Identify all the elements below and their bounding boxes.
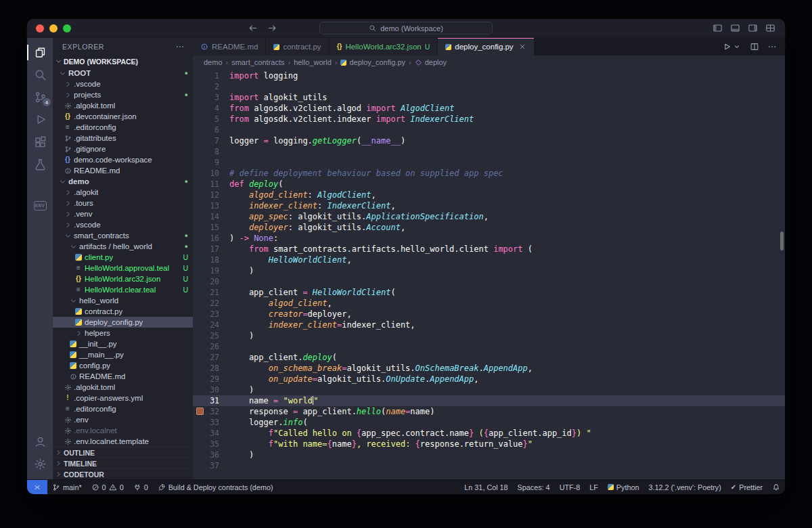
code-line[interactable]: 9 [193,157,785,168]
tree-item[interactable]: README.md [53,371,193,382]
line-number[interactable]: 23 [193,309,229,320]
tree-item[interactable]: .env.localnet [53,425,193,436]
toggle-primary-sidebar-icon[interactable] [713,23,723,33]
sidebar-section-codetour[interactable]: CODETOUR [53,468,193,479]
tree-item[interactable]: {}HelloWorld.arc32.jsonU [53,273,193,284]
code-line[interactable]: 1import logging [193,70,785,81]
tree-item[interactable]: client.pyU [53,252,193,263]
status-cursor-position[interactable]: Ln 31, Col 18 [459,480,512,494]
line-number[interactable]: 13 [193,200,229,211]
code-line[interactable]: 32 response = app_client.hello(name=name… [193,406,785,417]
activity-item-accounts[interactable] [27,431,53,453]
status-git-branch[interactable]: main* [47,480,87,494]
activity-item-manage-settings[interactable] [27,453,53,475]
code-line[interactable]: 35 f"with name={name}, received: {respon… [193,439,785,449]
code-line[interactable]: 20 [193,276,785,287]
tab-deploy_config.py[interactable]: deploy_config.py [438,38,534,56]
tree-item[interactable]: __main__.py [53,349,193,360]
line-number[interactable]: 35 [193,439,229,449]
tree-item[interactable]: smart_contracts● [53,230,193,241]
line-number[interactable]: 37 [193,460,229,471]
code-line[interactable]: 21 app_client = HelloWorldClient( [193,287,785,298]
code-line[interactable]: 4from algosdk.v2client.algod import Algo… [193,103,785,114]
tree-item[interactable]: {}demo.code-workspace [53,154,193,165]
code-line[interactable]: 37 [193,460,785,471]
close-tab-icon[interactable] [518,43,526,51]
activity-item-testing[interactable] [27,153,53,175]
editor[interactable]: 1import logging23import algokit_utils4fr… [193,69,785,479]
activity-item-source-control[interactable]: 4 [27,86,53,108]
tree-item[interactable]: .gitignore [53,144,193,154]
code-line[interactable]: 7logger = logging.getLogger(__name__) [193,135,785,146]
line-number[interactable]: 28 [193,363,229,374]
status-language-mode[interactable]: Python [603,480,644,494]
more-editor-actions-button[interactable] [767,42,777,51]
line-number[interactable]: 8 [193,146,229,157]
gutter-marker-icon[interactable] [196,408,204,415]
line-number[interactable]: 7 [193,135,229,146]
line-number[interactable]: 19 [193,265,229,276]
close-window-button[interactable] [36,24,44,32]
code-line[interactable]: 36 ) [193,449,785,460]
code-line[interactable]: 13 indexer_client: IndexerClient, [193,200,785,211]
toggle-secondary-sidebar-icon[interactable] [748,23,758,33]
tree-item[interactable]: .tours [53,198,193,208]
status-notifications[interactable] [767,480,785,494]
status-eol-sequence[interactable]: LF [585,480,603,494]
breadcrumb-item[interactable]: deploy [415,58,447,66]
title-bar[interactable]: demo (Workspace) [27,19,785,38]
line-number[interactable]: 16 [193,233,229,244]
activity-item-search[interactable] [27,64,53,86]
line-number[interactable]: 5 [193,114,229,125]
tree-item[interactable]: ≡HelloWorld.approval.tealU [53,263,193,273]
line-number[interactable]: 24 [193,320,229,330]
code-line[interactable]: 33 logger.info( [193,417,785,428]
code-line[interactable]: 16) -> None: [193,233,785,244]
tree-item[interactable]: .vscode [53,79,193,89]
tree-item[interactable]: .algokit.toml [53,100,193,111]
code-line[interactable]: 2 [193,81,785,92]
line-number[interactable]: 9 [193,157,229,168]
status-ports-indicator[interactable]: 0 [129,480,153,494]
sidebar-section-outline[interactable]: OUTLINE [53,447,193,458]
minimize-window-button[interactable] [49,24,58,32]
line-number[interactable]: 21 [193,287,229,298]
code-line[interactable]: 15 deployer: algokit_utils.Account, [193,222,785,233]
tree-item[interactable]: ≡.editorconfig [53,403,193,414]
code-line[interactable]: 27 app_client.deploy( [193,352,785,363]
line-number[interactable]: 14 [193,211,229,222]
status-python-interpreter[interactable]: 3.12.2 ('.venv': Poetry) [644,480,725,494]
tab-README.md[interactable]: README.md [193,38,266,56]
tab-HelloWorld.arc32.json[interactable]: {}HelloWorld.arc32.jsonU [330,38,438,56]
line-number[interactable]: 30 [193,384,229,395]
line-number[interactable]: 2 [193,81,229,92]
line-number[interactable]: 17 [193,244,229,255]
tree-item[interactable]: ≡HelloWorld.clear.tealU [53,284,193,295]
line-number[interactable]: 36 [193,449,229,460]
line-number[interactable]: 29 [193,374,229,384]
status-formatter-prettier[interactable]: ✓Prettier [726,480,767,494]
line-number[interactable]: 11 [193,179,229,190]
tree-item[interactable]: .env.localnet.template [53,436,193,447]
line-number[interactable]: 10 [193,168,229,179]
line-number[interactable]: 22 [193,298,229,309]
line-number[interactable]: 32 [193,406,229,417]
activity-item-run-and-debug[interactable] [27,108,53,131]
navigate-back-icon[interactable] [248,23,258,33]
code-line[interactable]: 18 HelloWorldClient, [193,255,785,265]
customize-layout-icon[interactable] [765,23,775,33]
code-line[interactable]: 30 ) [193,384,785,395]
status-problems[interactable]: 00 [87,480,129,494]
line-number[interactable]: 12 [193,190,229,200]
tree-item[interactable]: .algokit [53,187,193,198]
line-number[interactable]: 4 [193,103,229,114]
status-task-build-deploy[interactable]: Build & Deploy contracts (demo) [153,480,278,494]
code-line[interactable]: 23 creator=deployer, [193,309,785,320]
workspace-section-header[interactable]: DEMO (WORKSPACE) [53,55,193,68]
tree-item[interactable]: README.md [53,165,193,176]
explorer-more-actions-icon[interactable] [175,42,185,51]
line-number[interactable]: 26 [193,341,229,352]
tree-item[interactable]: .venv [53,208,193,219]
code-line[interactable]: 19 ) [193,265,785,276]
status-indentation[interactable]: Spaces: 4 [513,480,555,494]
